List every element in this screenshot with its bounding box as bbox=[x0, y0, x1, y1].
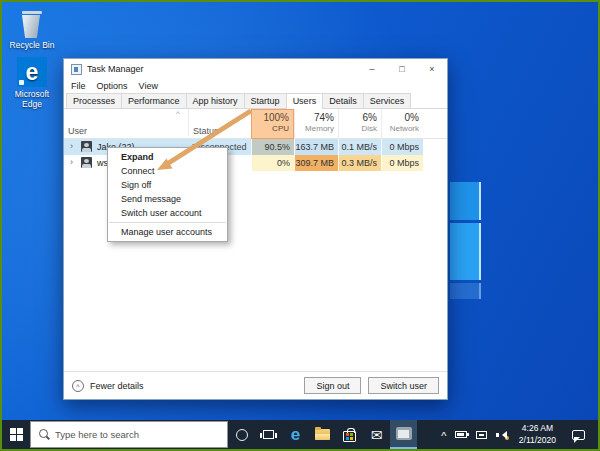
user-avatar bbox=[81, 141, 92, 152]
expand-chevron-icon[interactable]: › bbox=[70, 158, 73, 167]
mail-envelope-icon: ✉ bbox=[371, 428, 383, 442]
start-button[interactable] bbox=[2, 420, 30, 449]
store-bag-icon bbox=[343, 431, 356, 442]
disk-cell: 0.3 MB/s bbox=[338, 155, 381, 171]
column-header-memory[interactable]: 74% Memory bbox=[294, 109, 338, 139]
context-menu-connect[interactable]: Connect bbox=[108, 164, 227, 178]
recycle-bin-body bbox=[22, 15, 40, 38]
action-center-icon bbox=[572, 430, 585, 440]
disk-total-percent: 6% bbox=[339, 112, 377, 123]
network-status[interactable] bbox=[472, 420, 492, 449]
context-menu-separator bbox=[109, 222, 226, 223]
expand-chevron-icon[interactable]: › bbox=[70, 142, 73, 151]
taskbar: e ✉ ^ bbox=[2, 420, 598, 449]
desktop: Recycle Bin e Microsoft Edge Task Manage… bbox=[0, 0, 600, 451]
tab-users[interactable]: Users bbox=[286, 93, 324, 109]
fewer-details-toggle[interactable]: Fewer details bbox=[90, 381, 144, 391]
cortana-icon bbox=[236, 429, 248, 441]
clock-time: 4:26 AM bbox=[519, 423, 556, 434]
context-menu-expand[interactable]: Expand bbox=[108, 150, 227, 164]
tab-app-history[interactable]: App history bbox=[186, 93, 245, 108]
network-label: Network bbox=[382, 124, 419, 133]
user-context-menu: Expand Connect Sign off Send message Swi… bbox=[107, 147, 228, 242]
taskbar-clock[interactable]: 4:26 AM 2/11/2020 bbox=[514, 423, 561, 445]
speaker-icon bbox=[496, 429, 509, 440]
maximize-button[interactable]: □ bbox=[387, 59, 417, 79]
memory-cell: 163.7 MB bbox=[294, 139, 338, 155]
close-button[interactable]: × bbox=[417, 59, 447, 79]
tab-details[interactable]: Details bbox=[322, 93, 364, 108]
speaker-notification-badge bbox=[505, 436, 510, 441]
switch-user-button[interactable]: Switch user bbox=[368, 377, 439, 394]
action-center-button[interactable] bbox=[561, 420, 595, 449]
column-header-disk[interactable]: 6% Disk bbox=[338, 109, 381, 139]
memory-cell: 309.7 MB bbox=[294, 155, 338, 171]
fewer-details-chevron-icon[interactable]: ^ bbox=[72, 380, 84, 392]
title-bar[interactable]: Task Manager – □ × bbox=[64, 59, 447, 79]
context-menu-sign-off[interactable]: Sign off bbox=[108, 178, 227, 192]
tab-processes[interactable]: Processes bbox=[66, 93, 122, 108]
context-menu-send-message[interactable]: Send message bbox=[108, 192, 227, 206]
window-footer: ^ Fewer details Sign out Switch user bbox=[64, 371, 447, 399]
taskbar-edge-button[interactable]: e bbox=[282, 420, 309, 449]
menu-view[interactable]: View bbox=[139, 81, 158, 91]
desktop-icon-recycle-bin[interactable]: Recycle Bin bbox=[4, 6, 60, 50]
taskbar-search-box[interactable] bbox=[30, 421, 228, 448]
search-icon bbox=[39, 429, 50, 440]
taskbar-task-manager-button[interactable] bbox=[390, 420, 417, 449]
clock-date: 2/11/2020 bbox=[519, 435, 556, 446]
windows-flag-icon bbox=[346, 433, 353, 440]
wallpaper-pane bbox=[450, 223, 481, 280]
network-icon bbox=[476, 431, 487, 439]
disk-cell: 0.1 MB/s bbox=[338, 139, 381, 155]
column-header-cpu[interactable]: 100% CPU bbox=[251, 109, 294, 139]
table-header: ^ User Status 100% CPU 74% Memory 6% Dis… bbox=[64, 109, 447, 139]
sign-out-button[interactable]: Sign out bbox=[304, 377, 361, 394]
menu-options[interactable]: Options bbox=[97, 81, 128, 91]
wallpaper-pane bbox=[450, 182, 481, 220]
network-cell: 0 Mbps bbox=[381, 139, 423, 155]
mail-button[interactable]: ✉ bbox=[363, 420, 390, 449]
memory-total-percent: 74% bbox=[295, 112, 334, 123]
tab-strip: Processes Performance App history Startu… bbox=[64, 93, 447, 109]
task-manager-icon bbox=[396, 427, 412, 440]
context-menu-manage-user-accounts[interactable]: Manage user accounts bbox=[108, 225, 227, 239]
user-avatar bbox=[81, 157, 92, 168]
network-total-percent: 0% bbox=[382, 112, 419, 123]
tab-services[interactable]: Services bbox=[363, 93, 412, 108]
task-manager-app-icon bbox=[71, 64, 82, 75]
file-explorer-button[interactable] bbox=[309, 420, 336, 449]
context-menu-switch-user-account[interactable]: Switch user account bbox=[108, 206, 227, 220]
column-header-user[interactable]: User bbox=[68, 126, 87, 136]
task-view-button[interactable] bbox=[255, 420, 282, 449]
volume-status[interactable] bbox=[492, 420, 514, 449]
memory-label: Memory bbox=[295, 124, 334, 133]
sort-ascending-icon: ^ bbox=[176, 109, 180, 118]
microsoft-store-button[interactable] bbox=[336, 420, 363, 449]
cpu-cell: 0% bbox=[251, 155, 294, 171]
column-header-status[interactable]: Status bbox=[188, 109, 219, 136]
cortana-button[interactable] bbox=[228, 420, 255, 449]
edge-icon: e bbox=[291, 426, 300, 443]
minimize-button[interactable]: – bbox=[357, 59, 387, 79]
wallpaper-window-glow bbox=[450, 182, 481, 299]
folder-icon bbox=[315, 429, 330, 440]
battery-status[interactable] bbox=[451, 420, 472, 449]
cpu-total-percent: 100% bbox=[252, 112, 289, 123]
chevron-up-icon: ^ bbox=[441, 429, 446, 440]
show-hidden-icons-button[interactable]: ^ bbox=[437, 420, 451, 449]
desktop-icon-label: Recycle Bin bbox=[4, 40, 60, 50]
disk-label: Disk bbox=[339, 124, 377, 133]
edge-e-glyph: e bbox=[26, 61, 39, 84]
tab-performance[interactable]: Performance bbox=[121, 93, 187, 108]
menu-bar: File Options View bbox=[64, 79, 447, 93]
task-view-icon bbox=[263, 430, 274, 439]
desktop-icon-microsoft-edge[interactable]: e Microsoft Edge bbox=[4, 55, 60, 109]
column-header-network[interactable]: 0% Network bbox=[381, 109, 423, 139]
edge-icon: e bbox=[4, 55, 60, 87]
menu-file[interactable]: File bbox=[71, 81, 86, 91]
search-input[interactable] bbox=[55, 429, 205, 440]
tab-startup[interactable]: Startup bbox=[244, 93, 287, 108]
desktop-icon-label: Microsoft Edge bbox=[4, 89, 60, 109]
battery-icon bbox=[455, 431, 467, 438]
